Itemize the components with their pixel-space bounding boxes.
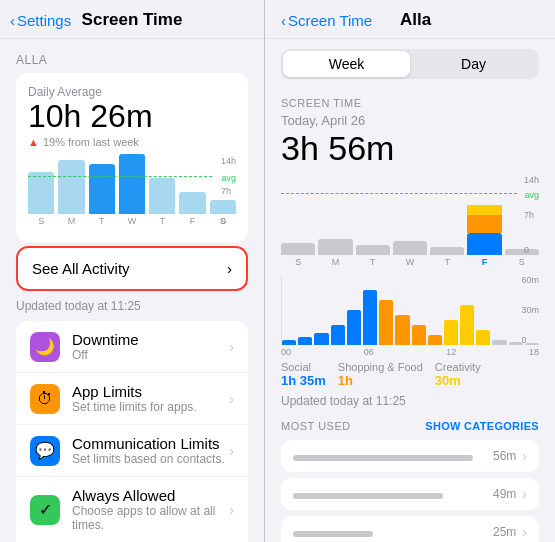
chevron-right-icon: › bbox=[229, 391, 234, 407]
left-content: ALLA Daily Average 10h 26m ▲ 19% from la… bbox=[0, 39, 264, 542]
always-allowed-icon: ✓ bbox=[30, 495, 60, 525]
bar bbox=[28, 172, 54, 214]
right-updated-text: Updated today at 11:25 bbox=[281, 394, 539, 414]
settings-back-button[interactable]: ‹ Settings bbox=[10, 12, 71, 29]
chevron-right-icon: › bbox=[522, 448, 527, 464]
hourly-y-labels: 60m 30m 0 bbox=[521, 275, 539, 345]
weekly-bar-chart: avg S M T W T bbox=[28, 156, 236, 226]
most-used-header: MOST USED SHOW CATEGORIES bbox=[281, 420, 539, 432]
usage-item-1[interactable]: 56m › bbox=[281, 440, 539, 472]
social-legend: Social 1h 35m bbox=[281, 361, 326, 388]
bar-t1: T bbox=[89, 164, 115, 226]
chevron-right-icon: › bbox=[229, 502, 234, 518]
show-categories-button[interactable]: SHOW CATEGORIES bbox=[425, 420, 539, 432]
y-axis-labels: 14h 7h 0 bbox=[221, 156, 236, 226]
screen-time-value: 3h 56m bbox=[281, 130, 539, 167]
usage-bar-1 bbox=[293, 455, 473, 461]
chevron-right-icon: › bbox=[229, 339, 234, 355]
right-weekly-chart: avg bbox=[281, 175, 539, 255]
left-updated-text: Updated today at 11:25 bbox=[0, 295, 264, 321]
screen-time-back-button[interactable]: ‹ Screen Time bbox=[281, 12, 372, 29]
communication-limits-icon: 💬 bbox=[30, 436, 60, 466]
social-bar bbox=[467, 233, 501, 255]
bar bbox=[179, 192, 205, 214]
downtime-menu-item[interactable]: 🌙 Downtime Off › bbox=[16, 321, 248, 373]
alla-section-label: ALLA bbox=[0, 39, 264, 73]
bar-w: W bbox=[119, 154, 145, 226]
creativity-legend: Creativity 30m bbox=[435, 361, 481, 388]
person-name: Alla bbox=[400, 10, 431, 30]
bar bbox=[149, 178, 175, 214]
chevron-right-icon: › bbox=[227, 260, 232, 277]
usage-bar-2 bbox=[293, 493, 443, 499]
left-panel: ‹ Settings Screen Time ALLA Daily Averag… bbox=[0, 0, 265, 542]
hourly-chart: 60m 30m 0 bbox=[281, 275, 539, 345]
chevron-left-icon: ‹ bbox=[10, 12, 15, 29]
always-allowed-subtitle: Choose apps to allow at all times. bbox=[72, 504, 229, 532]
communication-limits-subtitle: Set limits based on contacts. bbox=[72, 452, 229, 466]
chevron-right-icon: › bbox=[229, 443, 234, 459]
downtime-icon: 🌙 bbox=[30, 332, 60, 362]
shopping-bar bbox=[467, 215, 501, 233]
usage-bar-3 bbox=[293, 531, 373, 537]
bar-highlight bbox=[119, 154, 145, 214]
right-content: SCREEN TIME Today, April 26 3h 56m avg bbox=[265, 89, 555, 542]
bar bbox=[58, 160, 84, 214]
screen-time-section-label: SCREEN TIME bbox=[281, 89, 539, 113]
always-allowed-menu-item[interactable]: ✓ Always Allowed Choose apps to allow at… bbox=[16, 477, 248, 542]
settings-menu-card: 🌙 Downtime Off › ⏱ App Limits Set time l… bbox=[16, 321, 248, 542]
daily-avg-label: Daily Average bbox=[28, 85, 236, 99]
legend-row: Social 1h 35m Shopping & Food 1h Creativ… bbox=[281, 361, 539, 388]
see-all-activity-button[interactable]: See All Activity › bbox=[16, 246, 248, 291]
usage-item-3[interactable]: 25m › bbox=[281, 516, 539, 542]
pct-from-last: ▲ 19% from last week bbox=[28, 136, 236, 148]
communication-limits-title: Communication Limits bbox=[72, 435, 229, 452]
always-allowed-title: Always Allowed bbox=[72, 487, 229, 504]
chevron-left-icon: ‹ bbox=[281, 12, 286, 29]
arrow-up-icon: ▲ bbox=[28, 136, 39, 148]
week-day-segment: Week Day bbox=[281, 49, 539, 79]
app-limits-menu-item[interactable]: ⏱ App Limits Set time limits for apps. › bbox=[16, 373, 248, 425]
app-limits-title: App Limits bbox=[72, 383, 229, 400]
usage-time-1: 56m bbox=[493, 449, 516, 463]
day-segment-button[interactable]: Day bbox=[410, 51, 537, 77]
app-limits-subtitle: Set time limits for apps. bbox=[72, 400, 229, 414]
communication-limits-menu-item[interactable]: 💬 Communication Limits Set limits based … bbox=[16, 425, 248, 477]
downtime-subtitle: Off bbox=[72, 348, 229, 362]
right-y-labels: 14h 7h 0 bbox=[524, 175, 539, 255]
chevron-right-icon: › bbox=[522, 524, 527, 540]
shopping-legend: Shopping & Food 1h bbox=[338, 361, 423, 388]
screen-time-date: Today, April 26 bbox=[281, 113, 539, 128]
daily-average-card: Daily Average 10h 26m ▲ 19% from last we… bbox=[16, 73, 248, 242]
avg-line bbox=[28, 176, 212, 177]
chevron-right-icon: › bbox=[522, 486, 527, 502]
right-nav: ‹ Screen Time Alla bbox=[265, 0, 555, 39]
usage-time-3: 25m bbox=[493, 525, 516, 539]
bar-highlight bbox=[89, 164, 115, 214]
creativity-bar bbox=[467, 205, 501, 215]
avg-line bbox=[281, 193, 517, 194]
week-segment-button[interactable]: Week bbox=[283, 51, 410, 77]
hourly-chart-container: 60m 30m 0 00 06 12 18 bbox=[281, 275, 539, 357]
day-labels: S M T W T F S bbox=[281, 257, 539, 267]
hour-labels: 00 06 12 18 bbox=[281, 347, 539, 357]
right-panel: ‹ Screen Time Alla Week Day SCREEN TIME … bbox=[265, 0, 555, 542]
bar-m: M bbox=[58, 160, 84, 226]
usage-time-2: 49m bbox=[493, 487, 516, 501]
bar-f: F bbox=[179, 192, 205, 226]
downtime-title: Downtime bbox=[72, 331, 229, 348]
left-nav-title: Screen Time bbox=[82, 10, 183, 30]
bar-s1: S bbox=[28, 172, 54, 226]
left-nav: ‹ Settings Screen Time bbox=[0, 0, 264, 39]
daily-avg-value: 10h 26m bbox=[28, 99, 236, 134]
usage-item-2[interactable]: 49m › bbox=[281, 478, 539, 510]
bar-t2: T bbox=[149, 178, 175, 226]
app-limits-icon: ⏱ bbox=[30, 384, 60, 414]
most-used-title: MOST USED bbox=[281, 420, 351, 432]
